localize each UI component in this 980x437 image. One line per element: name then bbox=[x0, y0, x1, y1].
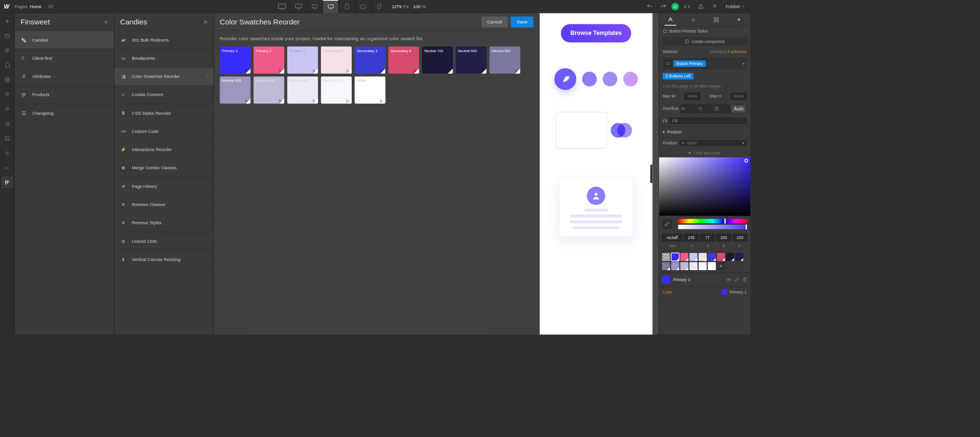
swatch-neutral-600[interactable]: Neutral 600 bbox=[456, 46, 486, 74]
audit-icon[interactable] bbox=[709, 0, 720, 12]
candies-item-vertical-canvas-resizing[interactable]: ⇕Vertical Canvas Resizing bbox=[114, 251, 213, 269]
swatch-neutral-300[interactable]: Neutral 300 bbox=[254, 76, 284, 104]
cart-icon[interactable] bbox=[1, 118, 13, 130]
mini-swatch[interactable] bbox=[708, 253, 716, 261]
selector-input[interactable]: Button Primary ▾ bbox=[663, 58, 746, 69]
swatch-neutral-700[interactable]: Neutral 700 bbox=[422, 46, 453, 74]
fit-select[interactable]: Fill bbox=[669, 118, 746, 124]
finsweet-item-candies[interactable]: 🍬Candies› bbox=[15, 31, 114, 49]
pages-icon[interactable] bbox=[1, 59, 13, 71]
hex-input[interactable]: 4a3aff bbox=[662, 233, 682, 241]
code-icon[interactable] bbox=[681, 0, 692, 12]
mini-swatch[interactable] bbox=[690, 262, 698, 270]
candies-item-color-swatches-reorder[interactable]: ◨Color Swatches Reorder› bbox=[114, 67, 213, 86]
swatch-primary-3[interactable]: Primary 3 bbox=[287, 46, 318, 74]
hue-slider[interactable] bbox=[678, 219, 747, 223]
class-chip[interactable]: Button Primary bbox=[673, 60, 706, 67]
close-icon[interactable]: ✕ bbox=[104, 19, 108, 24]
publish-button[interactable]: Publish bbox=[723, 4, 748, 9]
bp-mobile-icon[interactable] bbox=[371, 0, 387, 13]
chevron-down-icon[interactable]: ▾ bbox=[743, 61, 745, 66]
detach-icon[interactable] bbox=[726, 277, 731, 283]
eyedropper-icon[interactable] bbox=[662, 219, 672, 229]
redo-icon[interactable] bbox=[657, 0, 669, 12]
swatch-secondary-3[interactable]: Secondary 3 bbox=[355, 46, 385, 74]
overflow-hidden-icon[interactable] bbox=[698, 104, 713, 113]
candies-item-cookie-consent[interactable]: ✓Cookie Consent bbox=[114, 86, 213, 104]
finsweet-item-changelog[interactable]: Changelog bbox=[15, 104, 114, 122]
preview-eye-icon[interactable] bbox=[45, 0, 56, 12]
finsweet-item-products[interactable]: {FProducts bbox=[15, 86, 114, 104]
mini-swatch[interactable] bbox=[671, 262, 679, 270]
overflow-scroll-icon[interactable] bbox=[714, 104, 730, 113]
candies-item-remove-classes[interactable]: ✕Remove Classes bbox=[114, 196, 213, 214]
swatch-primary-1[interactable]: Primary 1 bbox=[220, 46, 250, 74]
add-swatch-button[interactable]: + bbox=[717, 262, 725, 270]
create-component-button[interactable]: Create component bbox=[662, 37, 747, 45]
color-value[interactable]: Primary 1 bbox=[721, 289, 746, 295]
b-input[interactable]: 100 bbox=[716, 233, 731, 241]
nav-list-icon[interactable] bbox=[1, 44, 13, 56]
inherit-count[interactable]: 3 selectors bbox=[727, 49, 747, 54]
canvas-dimensions[interactable]: 1279 PX 100 % bbox=[392, 4, 426, 9]
a-input[interactable]: 100 bbox=[733, 233, 747, 241]
save-button[interactable]: Save bbox=[511, 16, 534, 27]
combo-chip[interactable]: 2 Buttons Left bbox=[663, 73, 693, 79]
candies-item-301-bulk-redirects[interactable]: ⇄301 Bulk Redirects bbox=[114, 31, 213, 49]
overflow-visible-icon[interactable] bbox=[681, 104, 697, 113]
trash-icon[interactable] bbox=[742, 277, 747, 283]
nav-box-icon[interactable] bbox=[1, 30, 13, 42]
mini-swatch[interactable] bbox=[726, 253, 734, 261]
mini-swatch[interactable] bbox=[671, 253, 679, 261]
undo-icon[interactable] bbox=[644, 0, 655, 12]
swatch-secondary-4[interactable]: Secondary 4 bbox=[389, 46, 419, 74]
ecommerce-icon[interactable] bbox=[1, 88, 13, 100]
sv-field[interactable] bbox=[659, 157, 750, 216]
position-section[interactable]: ▾Position bbox=[659, 126, 750, 138]
share-icon[interactable] bbox=[695, 0, 706, 12]
add-element-icon[interactable] bbox=[1, 15, 13, 27]
browse-templates-button[interactable]: Browse Templates bbox=[561, 24, 631, 43]
selector-scope-icon[interactable] bbox=[665, 60, 672, 67]
maxh-input[interactable] bbox=[731, 93, 747, 100]
webflow-logo[interactable]: W bbox=[2, 2, 11, 11]
users-icon[interactable] bbox=[1, 103, 13, 115]
finsweet-item-attributes[interactable]: //Attributes bbox=[15, 67, 114, 86]
candies-item-css-styles-reorder[interactable]: ⇅CSS Styles Reorder bbox=[114, 104, 213, 122]
swatch-neutral-200[interactable]: Neutral 200 bbox=[287, 76, 318, 104]
finsweet-icon[interactable]: {F bbox=[1, 176, 13, 188]
style-breadcrumb[interactable]: Button Primary Styles ⋯ bbox=[659, 26, 750, 35]
pages-dropdown[interactable]: Pages: Home bbox=[15, 4, 42, 9]
candies-item-breakpoints[interactable]: ▭Breakpoints bbox=[114, 49, 213, 67]
style-tab-icon[interactable] bbox=[665, 14, 676, 25]
close-icon[interactable]: ✕ bbox=[203, 19, 208, 24]
layout-tab-icon[interactable] bbox=[710, 14, 722, 25]
settings-tab-icon[interactable] bbox=[688, 14, 699, 25]
bp-tablet-icon[interactable] bbox=[339, 0, 354, 13]
interactions-tab-icon[interactable] bbox=[733, 14, 745, 25]
audit-rail-icon[interactable] bbox=[1, 162, 13, 173]
cms-icon[interactable] bbox=[1, 74, 13, 86]
bp-mobile-l-icon[interactable] bbox=[355, 0, 370, 13]
swatch-white[interactable]: White bbox=[355, 76, 385, 104]
h-input[interactable]: 245 bbox=[684, 233, 699, 241]
edit-icon[interactable] bbox=[734, 277, 739, 283]
float-clear-toggle[interactable]: ▸ Float and clear bbox=[659, 148, 750, 157]
mini-swatch[interactable] bbox=[717, 253, 725, 261]
candies-item-page-history[interactable]: ↺Page History bbox=[114, 177, 213, 196]
bp-xxl-icon[interactable] bbox=[275, 0, 290, 13]
swatch-secondary-2[interactable]: Secondary 2 bbox=[321, 46, 352, 74]
finsweet-item-client-first[interactable]: Client-first bbox=[15, 49, 114, 67]
bp-base-icon[interactable] bbox=[323, 0, 338, 13]
alpha-slider[interactable] bbox=[678, 225, 747, 229]
cancel-button[interactable]: Cancel bbox=[481, 16, 508, 27]
swatch-neutral-100[interactable]: Neutral 100 bbox=[321, 76, 352, 104]
swatch-primary-2[interactable]: Primary 2 bbox=[254, 46, 284, 74]
swatch-neutral-500[interactable]: Neutral 500 bbox=[490, 46, 520, 74]
s-input[interactable]: 77 bbox=[700, 233, 715, 241]
mini-swatch[interactable] bbox=[699, 262, 707, 270]
bp-xl-icon[interactable] bbox=[290, 0, 306, 13]
mini-swatch[interactable] bbox=[708, 262, 716, 270]
candies-item-merge-combo-classes[interactable]: ⊕Merge Combo Classes bbox=[114, 159, 213, 177]
position-select[interactable]: ✕Static▾ bbox=[679, 140, 747, 146]
